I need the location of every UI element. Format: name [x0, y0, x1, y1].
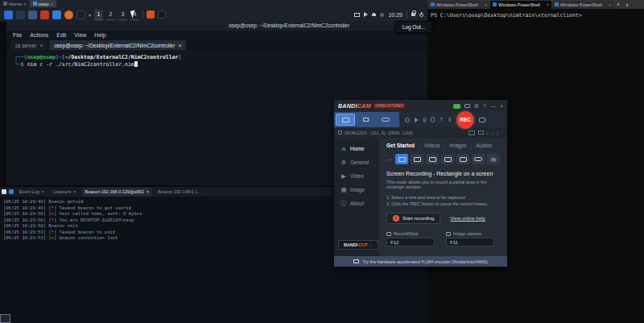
notifications-icon[interactable] — [372, 13, 376, 16]
mode-tile-fullscreen[interactable] — [411, 154, 423, 164]
window-icon[interactable] — [478, 130, 484, 135]
system-tray: 10:29 — [354, 10, 423, 19]
mouse-effects-icon[interactable] — [431, 117, 435, 122]
sidebar-item-about[interactable]: ⓘ About — [334, 197, 379, 210]
back-arrow-icon[interactable]: ← — [386, 155, 393, 163]
output-folder-icon[interactable] — [464, 104, 470, 108]
mode-tile-device[interactable] — [456, 154, 469, 164]
sidebar-item-video[interactable]: ▶ Video — [334, 169, 379, 183]
lock-icon[interactable] — [411, 13, 415, 16]
mode-tile-rectangle[interactable] — [395, 154, 408, 164]
pause-icon[interactable]: ‖ — [448, 116, 451, 123]
status-dot-icon[interactable] — [380, 13, 384, 17]
terminal-launcher-icon[interactable] — [16, 10, 25, 19]
sidebar-item-general[interactable]: ⚙ General — [334, 155, 379, 169]
close-icon[interactable]: × — [42, 189, 44, 194]
mode-tile-last-area[interactable] — [441, 154, 454, 164]
text-editor-icon[interactable] — [40, 10, 49, 19]
taskbar-stub[interactable] — [0, 314, 10, 323]
close-icon[interactable]: × — [500, 103, 503, 109]
bandicam-title-bar[interactable]: BANDICAM UNREGISTERED ⚙ ? — × — [334, 100, 507, 112]
fullscreen-mode-button[interactable] — [356, 114, 375, 126]
clock[interactable]: 10:29 — [388, 12, 402, 18]
close-icon[interactable]: × — [51, 2, 54, 6]
volume-icon[interactable] — [364, 12, 368, 17]
start-recording-button[interactable]: Start recording — [386, 213, 440, 224]
workspace-3[interactable]: 3 — [118, 10, 127, 20]
powershell-tab-3[interactable]: Windows PowerShell × — [552, 1, 613, 9]
tab-event-log[interactable]: Event Log × — [16, 188, 47, 197]
settings-gear-icon[interactable]: ⚙ — [474, 103, 479, 110]
speaker-icon[interactable] — [415, 118, 419, 122]
menu-file[interactable]: File — [13, 32, 22, 38]
firefox-icon[interactable] — [64, 10, 73, 19]
close-icon[interactable]: × — [485, 2, 487, 7]
game-mode-icon[interactable] — [453, 104, 460, 109]
powershell-tab-1[interactable]: Windows PowerShell × — [428, 1, 489, 9]
mode-tile-game[interactable] — [472, 154, 485, 164]
video-icon[interactable] — [469, 130, 475, 135]
tab-get-started[interactable]: Get Started — [386, 143, 415, 148]
menu-actions[interactable]: Actions — [30, 32, 48, 38]
tab-beacon-1[interactable]: Beacon 192.168.0.129@p992 × — [82, 188, 152, 197]
help-icon[interactable]: ? — [483, 103, 486, 109]
menu-help[interactable]: Help — [94, 32, 105, 38]
record-stop-hotkey-input[interactable]: F12 — [386, 238, 435, 246]
powershell-prompt[interactable]: PS C:\Users\osep\Desktop\nimtrain\xterna… — [427, 9, 644, 22]
display-icon[interactable] — [354, 13, 360, 17]
vm-tab-osep[interactable]: osep × — [30, 0, 57, 7]
workspace-2[interactable]: 2 — [106, 10, 115, 20]
tab-dropdown-icon[interactable]: ∨ — [623, 2, 631, 7]
close-icon[interactable]: × — [39, 43, 43, 48]
sidebar-item-image[interactable]: ▦ Image — [334, 183, 379, 197]
tab-divider: | — [419, 143, 420, 148]
close-icon[interactable]: × — [73, 189, 76, 194]
collapse-icon[interactable]: ^ — [502, 130, 503, 135]
minimize-icon[interactable]: — — [490, 103, 496, 109]
close-icon[interactable]: × — [147, 189, 149, 194]
sidebar-item-home[interactable]: ⌂ Home — [334, 142, 379, 155]
file-manager-icon[interactable] — [28, 10, 37, 19]
app-tray-icon-dark[interactable] — [158, 10, 166, 19]
image-capture-hotkey-input[interactable]: F11 — [446, 238, 494, 246]
region-checkbox[interactable] — [338, 130, 342, 135]
tab-audios[interactable]: Audios — [476, 143, 492, 148]
view-online-help-link[interactable]: View online help — [450, 216, 485, 221]
bandicam-logo: BANDICAM — [338, 103, 371, 109]
tab-images[interactable]: Images — [449, 143, 466, 148]
mode-tile-audio[interactable]: (‖) — [487, 154, 500, 164]
logout-menu-item[interactable]: Log Out... — [395, 21, 432, 33]
close-icon[interactable]: × — [609, 2, 611, 7]
power-icon[interactable] — [419, 13, 423, 17]
tab-videos[interactable]: Videos — [424, 143, 440, 148]
menu-view[interactable]: View — [74, 32, 86, 38]
mode-tile-around-mouse[interactable] — [426, 154, 439, 164]
webcam-icon[interactable] — [405, 118, 410, 122]
app-tray-icon-orange[interactable] — [147, 10, 155, 19]
close-icon[interactable]: × — [547, 2, 549, 7]
vscode-icon[interactable] — [52, 10, 61, 19]
kali-logo-icon[interactable] — [4, 10, 13, 19]
tab-cs-server[interactable]: cs server × — [10, 40, 47, 50]
screenshot-camera-icon[interactable] — [479, 118, 485, 122]
screenshot-tool-icon[interactable] — [76, 10, 85, 19]
chevron-down-icon[interactable]: ▾ — [89, 12, 91, 18]
new-tab-button[interactable]: + — [614, 2, 622, 7]
game-mode-button[interactable] — [376, 114, 395, 126]
h264-banner[interactable]: Try the hardware-accelerated H.264 encod… — [334, 256, 507, 267]
close-icon[interactable]: × — [23, 2, 27, 6]
resize-icon[interactable]: (↔) — [487, 130, 493, 135]
menu-edit[interactable]: Edit — [56, 32, 66, 38]
powershell-tab-2[interactable]: Windows PowerShell × — [490, 1, 551, 9]
text-overlay-icon[interactable]: T — [440, 116, 444, 123]
rec-button[interactable]: REC — [456, 111, 474, 129]
workspace-1[interactable]: 1 — [94, 10, 103, 20]
rectangle-mode-button[interactable] — [336, 114, 355, 126]
close-icon[interactable]: × — [178, 43, 181, 48]
tab-nimc2controller[interactable]: osep@osep: ~/Desktop/ExternalC2/NimC2con… — [49, 40, 186, 50]
bandicut-button[interactable]: BANDICUT → — [338, 240, 378, 250]
tab-listeners[interactable]: Listeners × — [50, 188, 80, 197]
microphone-icon[interactable] — [423, 118, 426, 122]
tab-beacon-2[interactable]: Beacon 192.168.0.1... — [155, 188, 204, 197]
vm-tab-home[interactable]: Home × — [0, 0, 30, 7]
